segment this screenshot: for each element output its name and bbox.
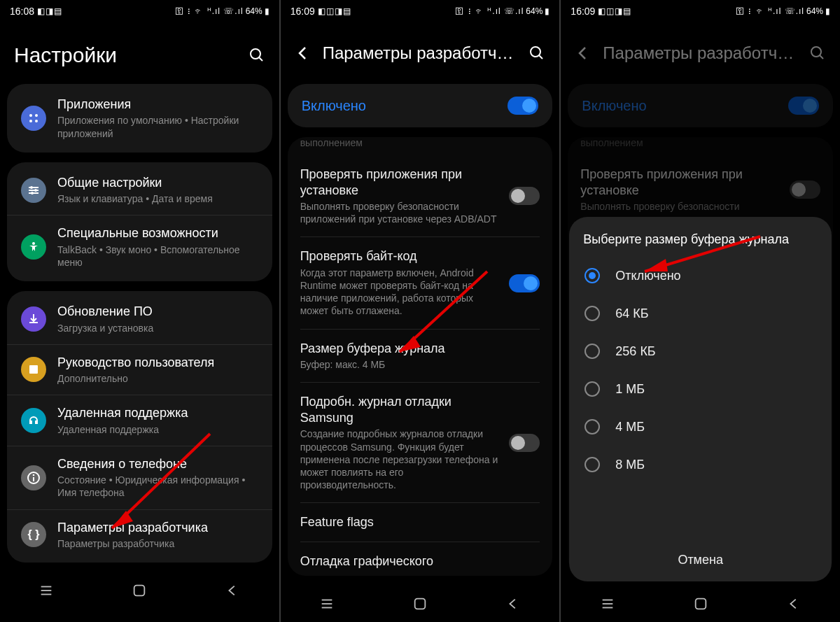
radio-icon[interactable]	[584, 381, 600, 397]
settings-item-remote[interactable]: Удаленная поддержкаУдаленная поддержка	[7, 395, 272, 446]
radio-icon[interactable]	[584, 344, 600, 359]
settings-item-manual[interactable]: Руководство пользователяДополнительно	[7, 345, 272, 396]
search-icon[interactable]	[528, 45, 545, 62]
status-network-icons: ⚿ ⋮ ᯤ ᴴ.ıl ☏.ıl	[455, 6, 524, 16]
svg-point-10	[34, 189, 37, 192]
nav-home-icon[interactable]	[693, 596, 708, 612]
status-time: 16:09	[570, 6, 595, 17]
truncated-prev: выполнением	[580, 137, 820, 155]
settings-item-developer[interactable]: { } Параметры разработчикаПараметры разр…	[7, 510, 272, 560]
battery-icon: ▮	[265, 6, 270, 16]
svg-rect-13	[29, 365, 38, 374]
dev-item-bytecode[interactable]: Проверять байт-кодКогда этот параметр вк…	[300, 237, 540, 329]
navbar	[281, 586, 560, 622]
navbar	[561, 586, 840, 622]
status-app-icons: ◧◫◨▤	[318, 6, 351, 16]
dev-options-list[interactable]: выполнением Проверять приложения при уст…	[288, 137, 553, 576]
search-icon	[809, 45, 826, 62]
svg-point-4	[29, 120, 32, 122]
svg-rect-20	[134, 586, 145, 596]
dev-enabled-card: Включено	[568, 84, 833, 127]
nav-recent-icon[interactable]	[38, 583, 54, 598]
phone-screen-dialog: 16:09 ◧◫◨▤ ⚿ ⋮ ᯤ ᴴ.ıl ☏.ıl 64% ▮ Парамет…	[561, 0, 840, 622]
dev-item-gpu-debug[interactable]: Отладка графического	[300, 542, 540, 576]
settings-group-1: ПриложенияПриложения по умолчанию • Наст…	[7, 84, 272, 153]
status-app-icons: ◧◫◨▤	[598, 6, 631, 16]
svg-rect-36	[695, 599, 706, 609]
phone-screen-dev-options: 16:09 ◧◫◨▤ ⚿ ⋮ ᯤ ᴴ.ıl ☏.ıl 64% ▮ Парамет…	[281, 0, 560, 622]
dev-item-verify-install[interactable]: Проверять приложения при установкеВыполн…	[300, 155, 540, 237]
battery-icon: ▮	[825, 6, 830, 16]
toggle-verify-install[interactable]	[509, 187, 540, 205]
dialog-option-1[interactable]: 64 КБ	[583, 295, 818, 332]
dialog-option-0[interactable]: Отключено	[583, 257, 818, 295]
enabled-label: Включено	[582, 98, 646, 114]
svg-point-15	[33, 474, 35, 476]
toggle-bytecode[interactable]	[509, 274, 540, 292]
dialog-title: Выберите размер буфера журнала	[583, 232, 818, 247]
settings-item-update[interactable]: Обновление ПОЗагрузка и установка	[7, 294, 272, 345]
dev-enabled-card[interactable]: Включено	[288, 84, 553, 127]
dialog-cancel-button[interactable]: Отмена	[583, 542, 818, 574]
nav-back-icon[interactable]	[225, 583, 240, 598]
dev-item-samsung-log[interactable]: Подробн. журнал отладки SamsungСоздание …	[300, 383, 540, 503]
status-time: 16:09	[290, 6, 315, 17]
status-battery: 64%	[526, 6, 542, 16]
svg-rect-28	[415, 599, 426, 609]
dev-enabled-toggle	[788, 97, 819, 115]
radio-icon[interactable]	[584, 268, 600, 283]
dialog-option-2[interactable]: 256 КБ	[583, 332, 818, 370]
dialog-option-5[interactable]: 8 МБ	[583, 446, 818, 483]
svg-point-5	[35, 120, 38, 122]
toggle-verify-install	[790, 181, 820, 199]
settings-group-2: Общие настройкиЯзык и клавиатура • Дата …	[7, 162, 272, 281]
statusbar: 16:09 ◧◫◨▤ ⚿ ⋮ ᯤ ᴴ.ıl ☏.ıl 64% ▮	[561, 0, 840, 22]
settings-item-apps[interactable]: ПриложенияПриложения по умолчанию • Наст…	[7, 87, 272, 150]
radio-icon[interactable]	[584, 457, 600, 472]
dev-item-log-buffer[interactable]: Размер буфера журналаБуфер: макс. 4 МБ	[300, 330, 540, 383]
status-app-icons: ◧◨▤	[37, 6, 62, 16]
status-network-icons: ⚿ ⋮ ᯤ ᴴ.ıl ☏.ıl	[736, 6, 804, 16]
status-battery: 64%	[806, 6, 823, 16]
svg-point-31	[811, 47, 821, 57]
nav-home-icon[interactable]	[412, 596, 428, 612]
log-buffer-dialog: Выберите размер буфера журнала Отключено…	[569, 217, 832, 581]
settings-item-general[interactable]: Общие настройкиЯзык и клавиатура • Дата …	[7, 165, 272, 216]
nav-home-icon[interactable]	[132, 583, 147, 598]
svg-point-3	[35, 114, 38, 117]
svg-rect-16	[33, 477, 34, 481]
settings-group-3: Обновление ПОЗагрузка и установка Руково…	[7, 291, 272, 563]
settings-item-about[interactable]: Сведения о телефонеСостояние • Юридическ…	[7, 446, 272, 510]
statusbar: 16:09 ◧◫◨▤ ⚿ ⋮ ᯤ ᴴ.ıl ☏.ıl 64% ▮	[281, 0, 560, 22]
search-icon[interactable]	[248, 47, 265, 64]
page-title: Параметры разработчи…	[603, 43, 798, 63]
settings-item-accessibility[interactable]: Специальные возможностиTalkBack • Звук м…	[7, 215, 272, 278]
svg-point-2	[29, 114, 32, 117]
svg-line-24	[539, 55, 542, 59]
nav-recent-icon[interactable]	[319, 596, 335, 612]
nav-back-icon[interactable]	[505, 596, 521, 612]
svg-point-0	[251, 49, 260, 59]
page-title: Настройки	[14, 43, 237, 67]
dialog-option-4[interactable]: 4 МБ	[583, 408, 818, 446]
svg-point-11	[31, 192, 34, 195]
dev-item-feature-flags[interactable]: Feature flags	[300, 503, 540, 542]
nav-back-icon[interactable]	[786, 596, 802, 612]
page-title: Параметры разработчи…	[323, 43, 518, 63]
toggle-samsung-log[interactable]	[509, 434, 540, 452]
dialog-option-3[interactable]: 1 МБ	[583, 370, 818, 408]
svg-point-23	[531, 47, 540, 57]
dev-item-verify-install: Проверять приложения при установкеВыполн…	[580, 155, 820, 225]
nav-recent-icon[interactable]	[600, 596, 615, 612]
back-icon[interactable]	[295, 45, 312, 62]
dev-enabled-toggle[interactable]	[507, 97, 538, 115]
truncated-prev: выполнением	[300, 137, 540, 155]
enabled-label: Включено	[302, 98, 366, 114]
svg-line-32	[820, 55, 823, 59]
navbar	[0, 572, 279, 609]
radio-icon[interactable]	[584, 419, 600, 434]
svg-point-12	[32, 242, 35, 245]
statusbar: 16:08 ◧◨▤ ⚿ ⋮ ᯤ ᴴ.ıl ☏.ıl 64% ▮	[0, 0, 279, 22]
svg-point-9	[30, 186, 33, 189]
radio-icon[interactable]	[584, 306, 600, 321]
